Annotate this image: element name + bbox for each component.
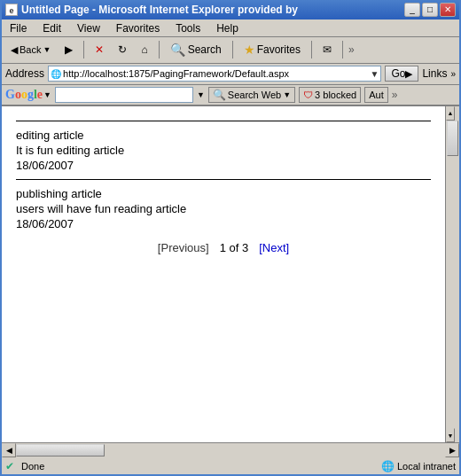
go-button[interactable]: Go ▶: [385, 66, 418, 82]
vertical-scrollbar[interactable]: ▲ ▼: [445, 106, 459, 442]
article-2: publishing article users will have fun r…: [16, 187, 431, 230]
google-o1: o: [15, 88, 21, 101]
intranet-label: Local intranet: [397, 461, 456, 472]
address-label: Address: [5, 67, 44, 80]
blocked-label: 3 blocked: [315, 90, 356, 100]
previous-link[interactable]: [Previous]: [158, 241, 209, 254]
maximize-button[interactable]: □: [422, 3, 438, 17]
go-label: Go: [391, 67, 405, 80]
links-label: Links: [422, 67, 447, 80]
home-button[interactable]: ⌂: [136, 39, 152, 60]
title-bar: e Untitled Page - Microsoft Internet Exp…: [2, 0, 459, 20]
autofill-label: Aut: [369, 90, 384, 100]
status-text: Done: [21, 461, 374, 472]
toolbar-separator-3: [232, 41, 233, 59]
toolbar-separator-2: [159, 41, 160, 59]
content-area: editing article It is fun editing articl…: [2, 106, 445, 442]
address-input[interactable]: [63, 68, 370, 79]
page-icon: 🌐: [51, 69, 61, 79]
status-bar: ✔ Done 🌐 Local intranet: [2, 456, 459, 474]
browser-window: e Untitled Page - Microsoft Internet Exp…: [0, 0, 461, 476]
favorites-label: Favorites: [257, 43, 301, 56]
stop-button[interactable]: ✕: [90, 39, 109, 60]
article-2-date: 18/06/2007: [16, 217, 431, 230]
favorites-star-icon: ★: [244, 43, 255, 57]
article-1-title: editing article: [16, 129, 431, 142]
menu-view[interactable]: View: [73, 21, 105, 35]
address-dropdown-icon[interactable]: ▼: [371, 69, 379, 79]
google-g1: G: [5, 88, 15, 101]
search-label: Search: [188, 43, 222, 56]
google-search-input[interactable]: [55, 87, 193, 103]
page-info: 1 of 3: [220, 241, 249, 254]
forward-arrow-icon: ▶: [65, 43, 73, 56]
blocked-icon: 🛡: [303, 90, 313, 100]
horizontal-scrollbar: ◀ ▶: [2, 442, 459, 456]
google-g2: g: [27, 88, 34, 101]
stop-icon: ✕: [95, 43, 104, 56]
go-arrow-icon: ▶: [405, 68, 412, 80]
window-title: Untitled Page - Microsoft Internet Explo…: [21, 4, 298, 16]
article-1-body: It is fun editing article: [16, 144, 431, 157]
google-bar: Google ▼ ▼ 🔍 Search Web ▼ 🛡 3 blocked Au…: [2, 85, 459, 106]
google-search-btn-arrow: ▼: [283, 90, 291, 99]
google-search-label: Search Web: [228, 90, 281, 100]
search-icon: 🔍: [170, 43, 185, 57]
article-2-title: publishing article: [16, 187, 431, 200]
toolbar-ext-arrow: »: [348, 43, 355, 56]
close-button[interactable]: ✕: [440, 3, 456, 17]
blocked-button[interactable]: 🛡 3 blocked: [299, 87, 361, 103]
google-brand[interactable]: Google ▼: [5, 88, 51, 102]
links-arrow-icon: »: [450, 69, 456, 79]
toolbar-separator-4: [311, 41, 312, 59]
google-search-button[interactable]: 🔍 Search Web ▼: [208, 87, 295, 103]
intranet-icon: 🌐: [381, 460, 395, 472]
menu-bar: File Edit View Favorites Tools Help: [2, 20, 459, 37]
scroll-up-button[interactable]: ▲: [446, 106, 455, 121]
h-scroll-left-button[interactable]: ◀: [2, 443, 16, 457]
article-1: editing article It is fun editing articl…: [16, 129, 431, 172]
scroll-down-button[interactable]: ▼: [446, 428, 455, 442]
h-scroll-track: [16, 443, 445, 457]
window-controls: _ □ ✕: [404, 3, 456, 17]
article-2-body: users will have fun reading article: [16, 202, 431, 215]
h-scroll-right-button[interactable]: ▶: [445, 443, 459, 457]
search-button[interactable]: 🔍 Search: [165, 39, 227, 60]
menu-help[interactable]: Help: [212, 21, 243, 35]
menu-edit[interactable]: Edit: [38, 21, 66, 35]
done-icon: ✔: [5, 460, 14, 472]
mail-button[interactable]: ✉: [317, 39, 337, 60]
toolbar-separator-5: [342, 41, 343, 59]
google-search-dropdown-icon: ▼: [197, 90, 205, 99]
h-scroll-thumb[interactable]: [16, 444, 105, 456]
next-link[interactable]: [Next]: [259, 241, 289, 254]
refresh-button[interactable]: ↻: [113, 39, 132, 60]
back-dropdown-icon: ▼: [43, 45, 51, 54]
forward-button[interactable]: ▶: [59, 39, 78, 60]
v-scroll-thumb[interactable]: [447, 121, 458, 156]
home-icon: ⌂: [141, 43, 147, 56]
back-label: Back: [20, 44, 41, 55]
main-container: ▲ ▼ editing article It is fun editing ar…: [2, 106, 459, 456]
article-1-date: 18/06/2007: [16, 159, 431, 172]
google-o2: o: [21, 88, 27, 101]
pagination: [Previous] 1 of 3 [Next]: [16, 241, 431, 254]
menu-favorites[interactable]: Favorites: [112, 21, 164, 35]
scroll-wrapper: ▲ ▼ editing article It is fun editing ar…: [2, 106, 459, 442]
menu-file[interactable]: File: [5, 21, 31, 35]
address-bar: Address 🌐 ▼ Go ▶ Links »: [2, 64, 459, 85]
toolbar: ◀ Back ▼ ▶ ✕ ↻ ⌂ 🔍 Search ★ Favorites ✉: [2, 37, 459, 64]
mail-icon: ✉: [323, 43, 332, 56]
middle-divider: [16, 179, 431, 180]
toolbar-separator-1: [83, 41, 84, 59]
back-arrow-icon: ◀: [11, 44, 18, 56]
back-button[interactable]: ◀ Back ▼: [5, 39, 56, 60]
minimize-button[interactable]: _: [404, 3, 420, 17]
address-input-wrap: 🌐 ▼: [48, 66, 381, 82]
google-bar-ext-arrow: »: [392, 89, 398, 101]
favorites-button[interactable]: ★ Favorites: [238, 39, 306, 60]
menu-tools[interactable]: Tools: [171, 21, 205, 35]
autofill-button[interactable]: Aut: [364, 87, 388, 103]
title-bar-left: e Untitled Page - Microsoft Internet Exp…: [5, 4, 298, 16]
google-search-icon: 🔍: [213, 89, 226, 101]
